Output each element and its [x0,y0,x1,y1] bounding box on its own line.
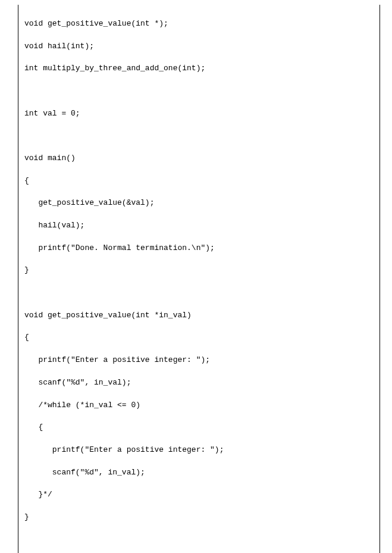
page-container: void get_positive_value(int *); void hai… [0,0,392,553]
code-line: void get_positive_value(int *); [24,18,374,30]
code-line: void hail(int); [24,41,374,52]
code-line [24,86,374,97]
code-line: /*while (*in_val <= 0) [24,400,374,411]
code-line: int val = 0; [24,108,374,120]
code-line: void main() [24,153,374,164]
code-line: { [24,422,374,433]
code-line: void get_positive_value(int *in_val) [24,310,374,321]
code-line: scanf("%d", in_val); [24,467,374,479]
code-line: printf("Enter a positive integer: "); [24,445,374,456]
code-line: { [24,332,374,343]
code-line: printf("Enter a positive integer: "); [24,355,374,366]
code-line: } [24,512,374,523]
code-block: void get_positive_value(int *); void hai… [18,5,380,553]
code-line: int multiply_by_three_and_add_one(int); [24,63,374,74]
code-line [24,535,374,546]
code-line: printf("Done. Normal termination.\n"); [24,243,374,254]
code-line: scanf("%d", in_val); [24,377,374,389]
code-line: hail(val); [24,220,374,232]
code-line [24,130,374,142]
code-line: }*/ [24,489,374,501]
code-line: } [24,265,374,276]
code-line: get_positive_value(&val); [24,198,374,209]
code-line: { [24,176,374,187]
code-line [24,288,374,299]
